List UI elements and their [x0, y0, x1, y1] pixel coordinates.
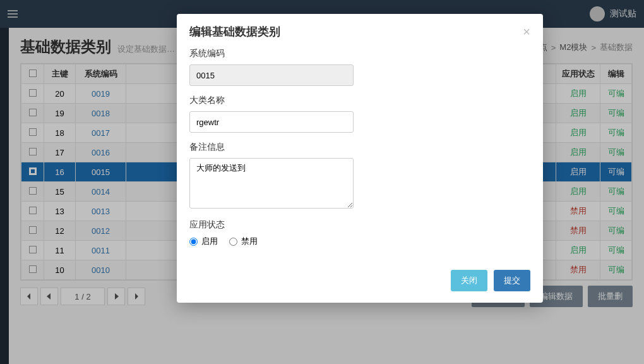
submit-button[interactable]: 提交 [494, 270, 530, 291]
modal-footer: 关闭 提交 [177, 262, 543, 303]
modal-header: 编辑基础数据类别 × [177, 14, 543, 46]
close-button[interactable]: 关闭 [451, 270, 487, 291]
code-label: 系统编码 [189, 48, 530, 59]
remark-textarea[interactable] [189, 158, 354, 209]
modal-body: 系统编码 大类名称 备注信息 应用状态 启用 禁用 [177, 46, 543, 262]
modal-close-button[interactable]: × [523, 25, 530, 39]
code-input[interactable] [189, 64, 354, 86]
radio-disable[interactable] [229, 238, 237, 246]
radio-disable-text: 禁用 [241, 236, 258, 247]
status-label: 应用状态 [189, 219, 530, 231]
edit-modal: 编辑基础数据类别 × 系统编码 大类名称 备注信息 应用状态 启用 [177, 14, 543, 303]
radio-enable-label[interactable]: 启用 [189, 236, 218, 247]
radio-enable[interactable] [189, 238, 198, 246]
name-input[interactable] [189, 111, 354, 133]
modal-title: 编辑基础数据类别 [189, 24, 280, 39]
radio-disable-label[interactable]: 禁用 [229, 236, 258, 247]
radio-enable-text: 启用 [201, 236, 218, 247]
name-label: 大类名称 [189, 95, 530, 106]
remark-label: 备注信息 [189, 142, 530, 153]
